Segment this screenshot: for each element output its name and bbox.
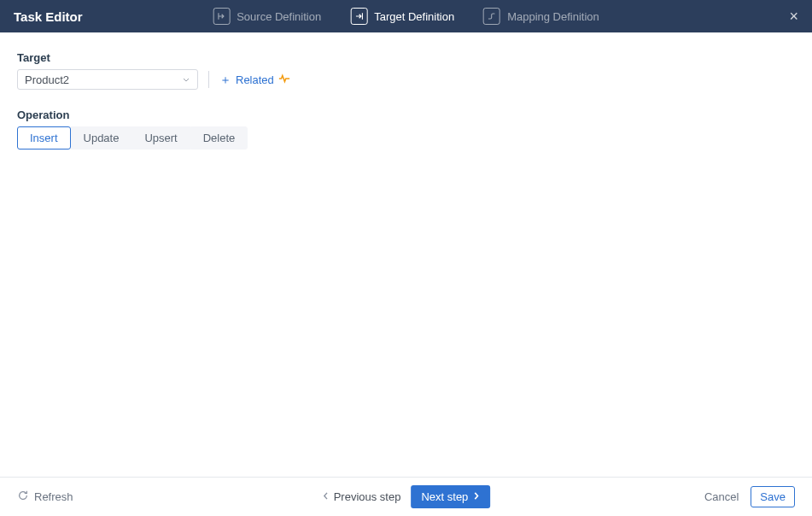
- mapping-icon: [483, 8, 500, 25]
- operation-field-group: Operation Insert Update Upsert Delete: [17, 108, 795, 150]
- chevron-down-icon: [182, 73, 190, 86]
- chevron-right-icon: [472, 490, 480, 503]
- next-step-label: Next step: [421, 490, 468, 503]
- target-select[interactable]: Product2: [17, 69, 198, 90]
- related-button[interactable]: ＋ Related: [219, 73, 290, 86]
- related-label: Related: [236, 73, 274, 86]
- previous-step-label: Previous step: [334, 490, 401, 503]
- refresh-label: Refresh: [34, 490, 73, 503]
- footer-right: Cancel Save: [704, 486, 795, 507]
- footer-bar: Refresh Previous step Next step Cancel S…: [0, 477, 812, 516]
- previous-step-button[interactable]: Previous step: [322, 490, 401, 503]
- header-tabs: Source Definition Target Definition Mapp…: [213, 8, 599, 25]
- tab-target-definition[interactable]: Target Definition: [350, 8, 454, 25]
- chevron-left-icon: [322, 490, 330, 503]
- operation-update[interactable]: Update: [71, 126, 132, 150]
- operation-upsert[interactable]: Upsert: [131, 126, 190, 150]
- plus-icon: ＋: [219, 73, 231, 85]
- operation-segmented: Insert Update Upsert Delete: [17, 126, 795, 150]
- tab-label: Source Definition: [237, 10, 321, 23]
- source-icon: [213, 8, 230, 25]
- cancel-button[interactable]: Cancel: [704, 490, 739, 503]
- operation-label: Operation: [17, 108, 795, 121]
- tab-label: Mapping Definition: [507, 10, 599, 23]
- target-field-row: Product2 ＋ Related: [17, 69, 795, 90]
- refresh-button[interactable]: Refresh: [17, 490, 73, 504]
- save-button[interactable]: Save: [751, 486, 795, 507]
- operation-delete[interactable]: Delete: [190, 126, 248, 150]
- operation-insert[interactable]: Insert: [17, 126, 71, 150]
- footer-center: Previous step Next step: [322, 485, 491, 508]
- close-button[interactable]: ×: [789, 9, 798, 24]
- app-title: Task Editor: [14, 9, 83, 24]
- next-step-button[interactable]: Next step: [411, 485, 490, 508]
- target-icon: [350, 8, 367, 25]
- content-area: Target Product2 ＋ Related Operation Inse…: [0, 32, 812, 168]
- divider: [208, 71, 209, 88]
- header-bar: Task Editor Source Definition Target Def…: [0, 0, 812, 32]
- target-field-group: Target Product2 ＋ Related: [17, 51, 795, 90]
- tab-mapping-definition[interactable]: Mapping Definition: [483, 8, 599, 25]
- refresh-icon: [17, 490, 29, 504]
- tab-source-definition[interactable]: Source Definition: [213, 8, 321, 25]
- tab-label: Target Definition: [374, 10, 454, 23]
- target-label: Target: [17, 51, 795, 64]
- pulse-icon: [278, 73, 290, 86]
- close-icon: ×: [789, 8, 798, 25]
- target-select-value: Product2: [25, 73, 69, 86]
